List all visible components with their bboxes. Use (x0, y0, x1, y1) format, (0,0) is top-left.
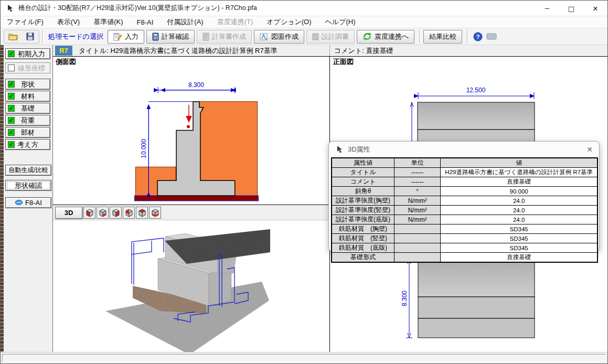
table-row: 鉄筋材質 (底版)SD345 (332, 243, 598, 253)
open-file-button[interactable] (6, 30, 20, 43)
cube-view-bottom-button[interactable] (149, 207, 161, 219)
sidebar-item-load[interactable]: 荷重 (5, 115, 50, 126)
app-icon (6, 4, 14, 13)
folder-icon (8, 33, 18, 40)
chat-bubble-icon (15, 200, 23, 206)
calculator-icon (152, 33, 159, 41)
tabstrip-divider (329, 45, 330, 56)
drawing-create-button[interactable]: 図面作成 (254, 30, 304, 44)
menu-seismic: 震度連携(T) (217, 17, 253, 27)
title-bar: 橋台の設計・3D配筋(R7／H29道示対応)Ver.10(翼壁拡張オプション) … (1, 1, 607, 16)
comment-text: コメント: 直接基礎 (334, 46, 393, 56)
svg-text:12.500: 12.500 (466, 87, 486, 94)
menu-standard[interactable]: 基準値(K) (93, 17, 123, 27)
r7-badge: R7 (55, 46, 72, 56)
sidebar: 初期入力 線形座標 形状 材料 基礎 荷重 部材 考え方 (1, 45, 53, 352)
status-field (2, 354, 606, 362)
table-row: 設計基準強度(底版)N/mm²24.0 (332, 215, 598, 224)
table-row: 斜角θ°90.000 (332, 187, 598, 196)
tab-strip: R7 タイトル: H29道路橋示方書に基づく道路橋の設計計算例 R7基準 コメン… (53, 45, 607, 56)
help-icon: ? (473, 32, 483, 41)
sidebar-item-member[interactable]: 部材 (5, 127, 50, 138)
help-button[interactable]: ? (471, 30, 485, 43)
minimize-button[interactable]: ─ (535, 1, 559, 16)
svg-text:10.000: 10.000 (140, 139, 147, 158)
maximize-button[interactable]: □ (559, 1, 583, 16)
side-view-pane: 側面図 8.300 (53, 57, 329, 352)
notepad-pencil-icon (113, 33, 122, 41)
svg-text:側面図: 側面図 (55, 58, 76, 66)
svg-text:8.300: 8.300 (401, 291, 408, 306)
cube-view-left-button[interactable] (123, 207, 135, 219)
menu-options[interactable]: オプション(O) (266, 17, 311, 27)
menu-view[interactable]: 表示(V) (57, 17, 80, 27)
menu-attached[interactable]: 付属設計(A) (167, 17, 203, 27)
cube-view-back-button[interactable] (97, 207, 109, 219)
table-row: 基礎形式直接基礎 (332, 253, 598, 263)
menu-file[interactable]: ファイル(F) (7, 17, 44, 27)
svg-text:8.300: 8.300 (188, 81, 204, 89)
cube-view-top-button[interactable] (136, 207, 148, 219)
sidebar-item-linear-coords: 線形座標 (5, 62, 50, 73)
toolbar-separator (419, 30, 421, 43)
table-row: 設計基準強度(胸壁)N/mm²24.0 (332, 196, 598, 206)
auto-generate-button[interactable]: 自動生成/比較 (5, 165, 51, 176)
side-view-drawing: 側面図 8.300 (53, 57, 329, 205)
cube-view-right-button[interactable] (110, 207, 122, 219)
table-row: コメント------直接基礎 (332, 177, 598, 187)
seismic-link-button[interactable]: 震度連携へ (357, 30, 414, 44)
toolbar-separator (42, 30, 44, 43)
sidebar-item-approach[interactable]: 考え方 (5, 139, 50, 150)
panel-icon (486, 33, 497, 40)
sidebar-item-material[interactable]: 材料 (5, 91, 50, 102)
title-text: タイトル: H29道路橋示方書に基づく道路橋の設計計算例 R7基準 (79, 46, 278, 56)
sidebar-item-foundation[interactable]: 基礎 (5, 103, 50, 114)
checkbox-checked-icon (8, 117, 15, 124)
menu-bar: ファイル(F) 表示(V) 基準値(K) F8-AI 付属設計(A) 震度連携(… (1, 16, 607, 28)
table-row: タイトル------H29道路橋示方書に基づく道路橋の設計計算例 R7基準 (332, 168, 598, 177)
mode-select-label: 処理モードの選択 (48, 32, 103, 41)
svg-text:正面図: 正面図 (333, 58, 354, 66)
sidebar-item-shape[interactable]: 形状 (5, 79, 50, 90)
sidebar-item-initial-input[interactable]: 初期入力 (5, 48, 50, 59)
menu-help[interactable]: ヘルプ(H) (325, 17, 356, 27)
result-compare-button[interactable]: 結果比較 (423, 30, 462, 44)
toolbar-separator (467, 30, 468, 43)
checkbox-checked-icon (8, 81, 15, 88)
table-row: 設計基準強度(竪壁)N/mm²24.0 (332, 206, 598, 215)
menu-f8ai[interactable]: F8-AI (137, 18, 154, 26)
view3d-viewport[interactable] (53, 221, 329, 352)
checkbox-checked-icon (8, 129, 15, 136)
attributes-table: 属性値 単位 値 タイトル------H29道路橋示方書に基づく道路橋の設計計算… (331, 157, 598, 263)
svg-text:?: ? (476, 34, 480, 40)
sidebar-texture-strip (1, 45, 4, 352)
status-bar (1, 352, 607, 363)
close-button[interactable]: ✕ (583, 1, 607, 16)
design-report-button: 設計調書 (306, 30, 355, 44)
input-mode-button[interactable]: 入力 (108, 30, 144, 44)
view3d-toolbar: 3D (53, 206, 329, 220)
document-icon (202, 33, 209, 41)
calc-check-button[interactable]: 計算確認 (146, 30, 195, 44)
checkbox-unchecked-icon (8, 65, 15, 71)
window-title: 橋台の設計・3D配筋(R7／H29道示対応)Ver.10(翼壁拡張オプション) … (18, 4, 257, 13)
dialog-title-bar[interactable]: 3D属性 ✕ (329, 142, 599, 157)
checkbox-checked-icon (8, 105, 15, 112)
view3d-button[interactable]: 3D (55, 207, 82, 219)
save-button[interactable] (23, 30, 37, 43)
table-row: 鉄筋材質 (竪壁)SD345 (332, 234, 598, 243)
drawing-icon (260, 33, 269, 41)
app-window: 橋台の設計・3D配筋(R7／H29道示対応)Ver.10(翼壁拡張オプション) … (0, 0, 608, 364)
extra-tool-button[interactable] (485, 30, 498, 43)
calc-report-button: 計算書作成 (197, 30, 252, 44)
floppy-icon (26, 33, 34, 40)
shape-check-button[interactable]: 形状確認 (5, 180, 51, 191)
abutment-3d-scene (53, 221, 329, 354)
cube-view-front-button[interactable] (83, 207, 95, 219)
table-row: 鉄筋材質 (胸壁)SD345 (332, 224, 598, 234)
cursor-icon (335, 145, 344, 154)
dialog-close-icon[interactable]: ✕ (586, 145, 593, 154)
report-icon (312, 33, 319, 40)
f8ai-button[interactable]: F8-AI (5, 197, 51, 208)
checkbox-checked-icon (8, 50, 15, 57)
